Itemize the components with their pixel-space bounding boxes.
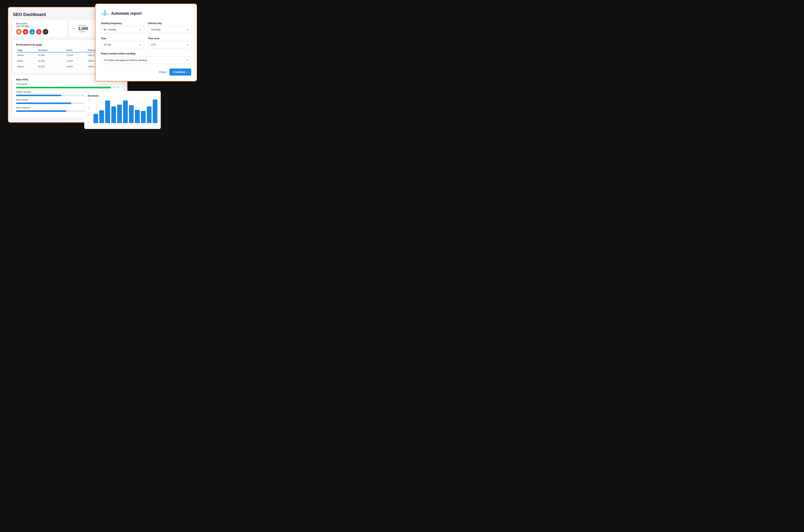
col-sessions: Sessions — [37, 48, 65, 52]
x-label: 10 — [147, 124, 152, 126]
chart-x-labels: 1 2 3 4 5 6 7 8 9 10 11 — [88, 124, 157, 126]
delivery-day-group: Delivery day Tuesday ▾ — [148, 22, 191, 33]
chevron-right-icon: › — [186, 71, 187, 74]
sending-frequency-label: Sending frequency — [101, 22, 144, 25]
more-icon: +7 — [43, 29, 48, 35]
x-label: 2 — [99, 124, 104, 126]
kpi-label: Time passed — [16, 83, 119, 85]
continue-label: Continue — [173, 71, 185, 74]
modal-form-grid: Sending frequency Bi - weekly ▾ Delivery… — [101, 22, 191, 48]
svg-point-5 — [104, 11, 106, 12]
cell-users: 11,924 — [65, 58, 87, 64]
x-label: 3 — [105, 124, 110, 126]
svg-rect-1 — [104, 13, 104, 14]
chart-bar-5 — [117, 104, 122, 123]
close-button[interactable]: Close — [159, 71, 166, 74]
svg-rect-7 — [108, 13, 108, 15]
x-label: 5 — [117, 124, 122, 126]
kpi-bar-bg — [16, 87, 116, 88]
cell-page: /About — [16, 64, 37, 70]
chart-bar-2 — [99, 110, 104, 123]
kpi-time-passed: Time passed ✔ — [16, 83, 119, 89]
timezone-label: Time zone — [148, 37, 191, 40]
cell-sessions: 21,924 — [37, 58, 65, 64]
chart-bar-10 — [147, 107, 152, 123]
x-label: 6 — [123, 124, 128, 126]
chart-bar-1 — [93, 114, 98, 123]
chart-title: Sessions — [88, 94, 157, 97]
cell-page: /Home — [16, 52, 37, 58]
continue-button[interactable]: Continue › — [169, 69, 191, 76]
svg-rect-3 — [104, 15, 106, 16]
chart-bar-6 — [123, 100, 128, 123]
sessions-chart-card: Sessions 200 150 100 50 1 2 3 4 5 6 7 8 … — [84, 91, 161, 129]
chevron-down-icon: ▾ — [187, 59, 188, 62]
review-select[interactable]: I'll review and approve before sending ▾ — [101, 57, 191, 64]
svg-rect-2 — [105, 13, 106, 14]
refpages-value: 2,400 — [78, 26, 88, 31]
timezone-value: UTC — [151, 43, 156, 46]
cell-page: /Shop — [16, 58, 37, 64]
refpages-info: Refpages 2,400 +2.80% — [78, 24, 88, 33]
chart-bar-8 — [135, 110, 139, 123]
sending-frequency-group: Sending frequency Bi - weekly ▾ — [101, 22, 144, 33]
svg-rect-6 — [101, 13, 102, 15]
google-icon: G — [36, 29, 42, 35]
chart-bar-4 — [111, 107, 116, 123]
kpi-bar-fill — [16, 87, 111, 88]
col-users: Users — [65, 48, 87, 52]
date-period-value: Last 30 days — [16, 25, 63, 27]
delivery-day-label: Delivery day — [148, 22, 191, 25]
time-value: 10 AM — [104, 43, 111, 46]
timezone-select[interactable]: UTC ▾ — [148, 41, 191, 48]
modal-title: Automate report — [111, 11, 142, 16]
review-value: I'll review and approve before sending — [104, 59, 147, 62]
y-label: 200 — [88, 99, 90, 101]
y-label: 150 — [88, 107, 90, 109]
modal-actions: Close Continue › — [101, 69, 191, 76]
refpages-change: +2.80% — [78, 31, 88, 33]
integration-icons: 📊 ◎ ☁ G +7 — [16, 29, 63, 35]
time-select[interactable]: 10 AM ▾ — [101, 41, 144, 48]
chart-area: 200 150 100 50 — [88, 99, 157, 123]
chevron-down-icon: ▾ — [187, 43, 188, 46]
delivery-day-select[interactable]: Tuesday ▾ — [148, 26, 191, 33]
kpi-bar-fill — [16, 95, 61, 96]
sending-frequency-value: Bi - weekly — [104, 28, 116, 31]
y-label: 50 — [88, 121, 90, 123]
review-section: Report reviews before sending I'll revie… — [101, 52, 191, 64]
y-label: 100 — [88, 114, 90, 116]
kpi-check-icon: ✔ — [117, 86, 119, 89]
date-period-label: Date period: — [16, 23, 63, 25]
timezone-group: Time zone UTC ▾ — [148, 37, 191, 48]
kpi-bar-fill — [16, 110, 66, 112]
chart-bar-3 — [105, 100, 110, 123]
salesforce-icon: ☁ — [30, 29, 35, 35]
time-group: Time 10 AM ▾ — [101, 37, 144, 48]
analytics-icon: 📊 — [16, 29, 22, 35]
chevron-down-icon: ▾ — [187, 28, 188, 31]
kpi-bar-fill — [16, 102, 71, 104]
arrow-right-icon: → — [72, 26, 76, 31]
col-page: Page — [16, 48, 37, 52]
x-label: 11 — [153, 124, 157, 126]
chart-bar-11 — [153, 99, 157, 123]
review-label: Report reviews before sending — [101, 52, 191, 55]
x-label: 4 — [111, 124, 116, 126]
chevron-down-icon: ▾ — [140, 28, 141, 31]
automate-report-modal: Automate report Sending frequency Bi - w… — [95, 3, 197, 81]
cell-users: 12,924 — [65, 52, 87, 58]
x-label: 9 — [141, 124, 146, 126]
cell-sessions: 20,243 — [37, 64, 65, 70]
modal-header: Automate report — [101, 10, 191, 17]
semrush-icon: ◎ — [23, 29, 28, 35]
chart-bar-7 — [129, 105, 134, 123]
cell-users: 10,825 — [65, 64, 87, 70]
sending-frequency-select[interactable]: Bi - weekly ▾ — [101, 26, 144, 33]
cell-sessions: 22,930 — [37, 52, 65, 58]
delivery-day-value: Tuesday — [151, 28, 160, 31]
x-label: 1 — [93, 124, 98, 126]
x-label: 8 — [135, 124, 139, 126]
chart-bar-9 — [141, 111, 146, 123]
chevron-down-icon: ▾ — [140, 43, 141, 46]
